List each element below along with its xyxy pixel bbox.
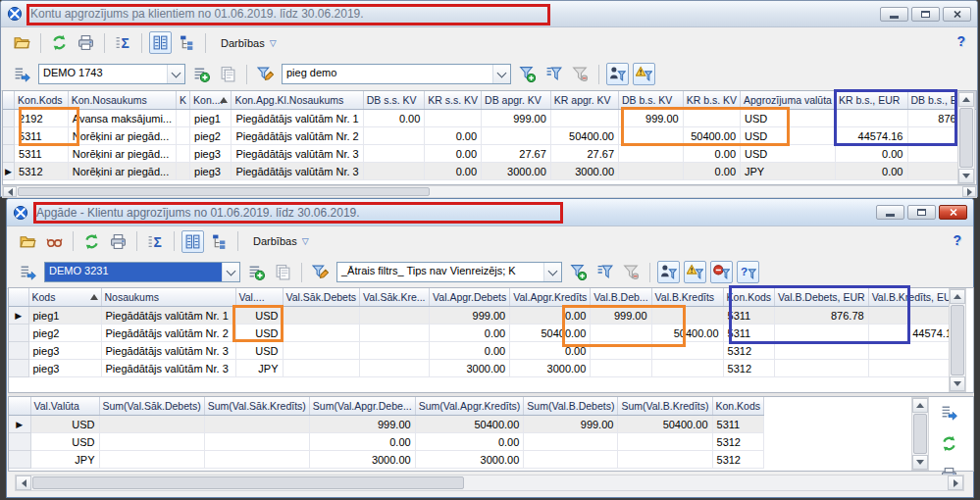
column-header[interactable]: [9, 397, 30, 416]
grid-cell[interactable]: [425, 110, 482, 127]
list-export-icon[interactable]: [11, 63, 33, 85]
grid-cell[interactable]: [618, 451, 712, 469]
grid-cell[interactable]: [360, 360, 430, 377]
grid-cell[interactable]: USD: [235, 342, 283, 360]
grid-cell[interactable]: 0.00: [430, 342, 510, 360]
grid-cell[interactable]: 0.00: [683, 145, 740, 163]
filter-add-icon[interactable]: [516, 63, 539, 85]
grid-cell[interactable]: 5312: [712, 451, 764, 469]
filter-warning-icon[interactable]: [633, 63, 655, 85]
column-header[interactable]: KR b.s., EUR: [835, 91, 907, 110]
print-icon[interactable]: [107, 230, 129, 253]
find-binoculars-icon[interactable]: [43, 230, 66, 253]
grid-cell[interactable]: 3000.00: [309, 451, 415, 469]
grid-cell[interactable]: [619, 127, 684, 145]
grid-cell[interactable]: 0.00: [510, 342, 591, 360]
grid-cell[interactable]: 999.00: [309, 416, 415, 433]
grid-cell[interactable]: [591, 360, 651, 377]
grid-cell[interactable]: USD: [235, 325, 283, 342]
grid-cell[interactable]: Piegādātājs valūtām Nr. 2: [101, 325, 235, 342]
combo-dropdown-icon[interactable]: [492, 65, 510, 83]
column-header[interactable]: KR b.s. KV: [683, 91, 740, 110]
grid-cell[interactable]: JPY: [235, 360, 283, 377]
grid-cell[interactable]: pieg1: [190, 110, 232, 127]
grid-cell[interactable]: [204, 416, 309, 433]
column-header[interactable]: Kods: [28, 288, 101, 307]
row-selector-cell[interactable]: [3, 127, 15, 145]
grid-cell[interactable]: pieg1: [28, 307, 101, 325]
column-header[interactable]: Apgrozījuma valūta: [741, 91, 836, 110]
row-selector-cell[interactable]: [9, 451, 30, 469]
grid-cell[interactable]: 44574.16: [835, 127, 907, 145]
grid-cell[interactable]: 50400.00: [510, 325, 591, 342]
grid-cell[interactable]: Norēķini ar piegād...: [68, 127, 176, 145]
grid-cell[interactable]: USD: [235, 307, 283, 325]
grid-cell[interactable]: 0.00: [510, 307, 591, 325]
grid-cell[interactable]: [524, 433, 618, 451]
grid-cell[interactable]: 999.00: [430, 307, 510, 325]
grid-cell[interactable]: pieg2: [190, 127, 232, 145]
window2-horizontal-scrollbar[interactable]: [15, 475, 964, 491]
grid-cell[interactable]: 999.00: [591, 307, 651, 325]
restore-button[interactable]: [907, 205, 936, 220]
grid-cell[interactable]: pieg3: [190, 163, 232, 180]
grid-cell[interactable]: 5311: [15, 127, 69, 145]
column-header[interactable]: Val.Valūta: [30, 397, 99, 416]
row-selector-cell[interactable]: [9, 325, 28, 342]
window2-titlebar[interactable]: Apgāde - Klientu apgrozījums no 01.06.20…: [7, 199, 973, 226]
filter-person-icon[interactable]: [657, 261, 680, 283]
refresh-icon[interactable]: [80, 230, 103, 253]
grid-cell[interactable]: 50400.00: [415, 416, 524, 433]
filter-warning-icon[interactable]: [684, 261, 706, 283]
grid-cell[interactable]: 50400.00: [683, 127, 740, 145]
actions-dropdown[interactable]: Darbības ▽: [253, 235, 309, 247]
grid-cell[interactable]: USD: [741, 127, 836, 145]
filter-edit-icon[interactable]: [254, 63, 277, 85]
grid-cell[interactable]: Piegādātājs valūtām Nr. 3: [232, 145, 363, 163]
grid-cell[interactable]: [204, 451, 309, 469]
column-header[interactable]: KR s.s. KV: [425, 91, 482, 110]
grid-cell[interactable]: 0.00: [835, 163, 907, 180]
filter-combobox[interactable]: pieg demo: [282, 64, 511, 84]
scroll-up-icon[interactable]: [912, 398, 928, 413]
grid-cell[interactable]: 5312: [712, 433, 764, 451]
list-export-icon[interactable]: [17, 261, 39, 283]
scroll-right-icon[interactable]: [948, 475, 963, 490]
list-add-icon[interactable]: [190, 63, 213, 85]
grid-cell[interactable]: 5311: [712, 416, 764, 433]
filter-clear-icon[interactable]: [569, 63, 592, 85]
column-header[interactable]: Val.B.Debets, EUR: [775, 288, 869, 307]
grid-cell[interactable]: [591, 342, 651, 360]
grid-cell[interactable]: USD: [30, 416, 99, 433]
grid-cell[interactable]: [360, 342, 430, 360]
grid-cell[interactable]: [619, 163, 684, 180]
grid-cell[interactable]: [177, 127, 190, 145]
column-header[interactable]: [3, 91, 15, 110]
columns-view-icon[interactable]: [181, 230, 204, 253]
grid-cell[interactable]: 3000.00: [510, 360, 591, 377]
grid-cell[interactable]: pieg2: [28, 325, 101, 342]
grid-cell[interactable]: 0.00: [425, 127, 482, 145]
grid-cell[interactable]: 3000.00: [482, 163, 551, 180]
row-selector-cell[interactable]: ▶: [3, 163, 15, 180]
row-selector-cell[interactable]: ▶: [9, 416, 30, 433]
grid-cell[interactable]: USD: [741, 145, 836, 163]
grid-cell[interactable]: [775, 342, 869, 360]
column-header[interactable]: Val.Sāk.Kre...: [360, 288, 430, 307]
grid-cell[interactable]: [835, 110, 907, 127]
totals-sigma-icon[interactable]: [144, 230, 167, 253]
filter-combobox[interactable]: _Ātrais filtrs_ Tips nav Vienreizējs; K: [336, 262, 562, 282]
grid-cell[interactable]: 5312: [723, 360, 775, 377]
grid-cell[interactable]: [363, 145, 425, 163]
column-header[interactable]: Kon.Apg.Kl.Nosaukums: [232, 91, 363, 110]
grid-cell[interactable]: 0.00: [415, 433, 524, 451]
grid-cell[interactable]: [651, 360, 723, 377]
row-selector-cell[interactable]: ▶: [9, 307, 28, 325]
grid-cell[interactable]: Piegādātājs valūtām Nr. 1: [232, 110, 363, 127]
column-header[interactable]: Val.B.Kredīts: [651, 288, 723, 307]
grid-cell[interactable]: [283, 360, 360, 377]
grid-cell[interactable]: 0.00: [425, 163, 482, 180]
column-header[interactable]: Sum(Val.B.Kredīts): [618, 397, 712, 416]
grid-cell[interactable]: 5312: [723, 342, 775, 360]
grid-cell[interactable]: Piegādātājs valūtām Nr. 3: [101, 342, 235, 360]
